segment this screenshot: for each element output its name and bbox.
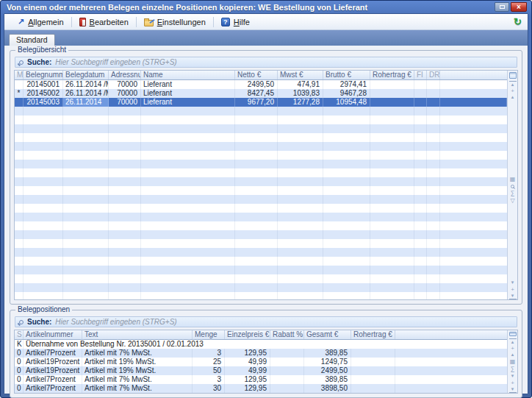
column-chooser-icon[interactable] <box>509 332 517 336</box>
insert-row-icon[interactable]: + <box>509 88 517 94</box>
cell-belegnummer: 20145001 <box>24 80 63 89</box>
cell-artikelnummer: Artikel7Prozent <box>24 349 82 358</box>
column-header-fi[interactable]: FI <box>414 71 427 79</box>
hilfe-button[interactable]: ? Hilfe <box>215 15 256 29</box>
table-row[interactable]: 2014500126.11.2014 /Mi70000Lieferant2499… <box>15 80 507 89</box>
search-icon <box>19 320 24 324</box>
sum-icon[interactable]: ∑ <box>509 190 517 197</box>
cell-filler <box>395 349 507 358</box>
cell-text: Artikel mit 19% MwSt. <box>82 358 193 366</box>
scroll-up-icon[interactable]: ▲ <box>509 94 517 101</box>
column-header-rohertrag[interactable]: Rohertrag € <box>351 330 395 339</box>
empty-row <box>15 221 507 230</box>
empty-row <box>15 239 507 248</box>
table-row[interactable]: 0Artikel7ProzentArtikel mit 7% MwSt.3129… <box>15 375 507 384</box>
empty-row <box>15 248 507 257</box>
append-row-icon[interactable]: + <box>509 380 517 386</box>
column-header-text[interactable]: Text <box>82 330 193 339</box>
scroll-up-icon[interactable]: ▲ <box>509 352 517 358</box>
cell-fi <box>414 98 427 107</box>
cell-rohertrag <box>370 89 414 98</box>
cell-gesamt: 3898,50 <box>304 384 351 393</box>
grid-settings-icon[interactable]: ▦ <box>509 358 517 366</box>
belegpositionen-group-label: Belegpositionen <box>15 305 72 313</box>
cell-adressnummer: 70000 <box>109 80 141 89</box>
scroll-top-icon[interactable]: ▲ <box>509 81 517 88</box>
column-header-artikelnummer[interactable]: Artikelnummer <box>24 330 82 339</box>
cell-s: 0 <box>15 366 24 375</box>
column-header-einzelpreis[interactable]: Einzelpreis € <box>225 330 270 339</box>
toolbar-separator <box>136 17 137 27</box>
allgemein-label: Allgemein <box>28 18 63 26</box>
beleguebersicht-group-label: Belegübersicht <box>15 46 68 54</box>
zoom-search-icon[interactable] <box>511 185 514 188</box>
scroll-down-icon[interactable]: ▼ <box>509 373 517 380</box>
table-row[interactable]: 0Artikel19ProzentArtikel mit 19% MwSt.25… <box>15 358 507 366</box>
cell-netto: 8427,45 <box>235 89 278 98</box>
table-row[interactable]: 0Artikel19ProzentArtikel mit 19% MwSt.50… <box>15 366 507 375</box>
column-header-adressnummer[interactable]: Adressnumm <box>109 71 141 79</box>
column-header-brutto[interactable]: Brutto € <box>323 71 370 79</box>
column-header-belegdatum[interactable]: Belegdatum <box>63 71 109 79</box>
column-header-menge[interactable]: Menge <box>193 330 225 339</box>
grid-settings-icon[interactable]: ▦ <box>509 176 517 183</box>
hilfe-label: Hilfe <box>234 18 250 26</box>
spanning-text-cell: Übernahme von Bestellung Nr. 20135001 / … <box>24 340 507 349</box>
title-bar: Von einem oder mehreren Belegen einzelne… <box>1 1 531 13</box>
empty-row <box>15 107 507 116</box>
close-button[interactable]: × <box>511 2 527 12</box>
cell-gesamt: 389,85 <box>304 375 351 384</box>
filter-icon[interactable]: ▽ <box>509 197 517 205</box>
cell-text: Artikel mit 7% MwSt. <box>82 375 193 384</box>
positionen-search-input[interactable]: Suche: Hier Suchbegriff eingeben (STRG+S… <box>15 316 517 327</box>
column-header-rohertrag[interactable]: Rohertrag € <box>370 71 414 79</box>
cell-name: Lieferant <box>141 80 235 89</box>
table-row[interactable]: KÜbernahme von Bestellung Nr. 20135001 /… <box>15 340 507 349</box>
refresh-button[interactable]: ↻ <box>514 17 522 26</box>
scroll-top-icon[interactable]: ▲ <box>509 338 517 345</box>
grid-header-row: SArtikelnummerTextMengeEinzelpreis €Raba… <box>15 330 507 340</box>
search-label: Suche: <box>27 58 51 66</box>
scroll-down-icon[interactable]: ▼ <box>509 280 517 286</box>
empty-row <box>15 213 507 221</box>
table-row-selected[interactable]: 2014500326.11.201470000Lieferant9677,201… <box>15 98 507 107</box>
scroll-bottom-icon[interactable]: ▼ <box>509 293 517 299</box>
column-header-name[interactable]: Name <box>141 71 235 79</box>
bearbeiten-button[interactable]: Bearbeiten <box>73 15 134 29</box>
column-header-m[interactable]: M <box>15 71 24 79</box>
scroll-bottom-icon[interactable]: ▼ <box>509 386 517 393</box>
window-body: ↗ Allgemein Bearbeiten Einstellungen ? H… <box>4 13 528 394</box>
column-header-gesamt[interactable]: Gesamt € <box>304 330 351 339</box>
column-header-filler <box>395 330 507 339</box>
beleg-search-input[interactable]: Suche: Hier Suchbegriff eingeben (STRG+S… <box>15 57 517 68</box>
table-row[interactable]: 0Artikel7ProzentArtikel mit 7% MwSt.3012… <box>15 384 507 393</box>
cell-name: Lieferant <box>141 89 235 98</box>
table-row[interactable]: *2014500226.11.2014 /Mi70000Lieferant842… <box>15 89 507 98</box>
window-title: Von einem oder mehreren Belegen einzelne… <box>7 3 367 12</box>
cell-artikelnummer: Artikel19Prozent <box>24 366 82 375</box>
column-header-s[interactable]: S <box>15 330 24 339</box>
einstellungen-button[interactable]: Einstellungen <box>138 15 212 29</box>
cell-rohertrag <box>351 384 395 393</box>
folder-pencil-icon <box>144 20 154 26</box>
column-chooser-icon[interactable] <box>509 72 517 79</box>
column-header-rabatt[interactable]: Rabatt % <box>270 330 304 339</box>
column-header-netto[interactable]: Netto € <box>235 71 278 79</box>
insert-row-icon[interactable]: + <box>509 345 517 352</box>
column-header-belegnummer[interactable]: Belegnumme <box>24 71 63 79</box>
table-row[interactable]: 0Artikel7ProzentArtikel mit 7% MwSt.3129… <box>15 349 507 358</box>
append-row-icon[interactable]: + <box>509 286 517 293</box>
cell-filler <box>440 98 507 107</box>
restore-button[interactable] <box>495 2 509 12</box>
cell-s: 0 <box>15 358 24 366</box>
app-window: Von einem oder mehreren Belegen einzelne… <box>0 0 532 398</box>
cell-belegdatum: 26.11.2014 /Mi <box>63 89 109 98</box>
cell-mwst: 1277,28 <box>278 98 323 107</box>
allgemein-button[interactable]: ↗ Allgemein <box>12 15 70 29</box>
column-header-mwst[interactable]: Mwst € <box>278 71 323 79</box>
tab-standard[interactable]: Standard <box>9 34 55 46</box>
column-header-dr[interactable]: DR. <box>427 71 440 79</box>
empty-row <box>15 274 507 283</box>
sum-icon[interactable]: ∑ <box>509 366 517 373</box>
cell-s: 0 <box>15 384 24 393</box>
